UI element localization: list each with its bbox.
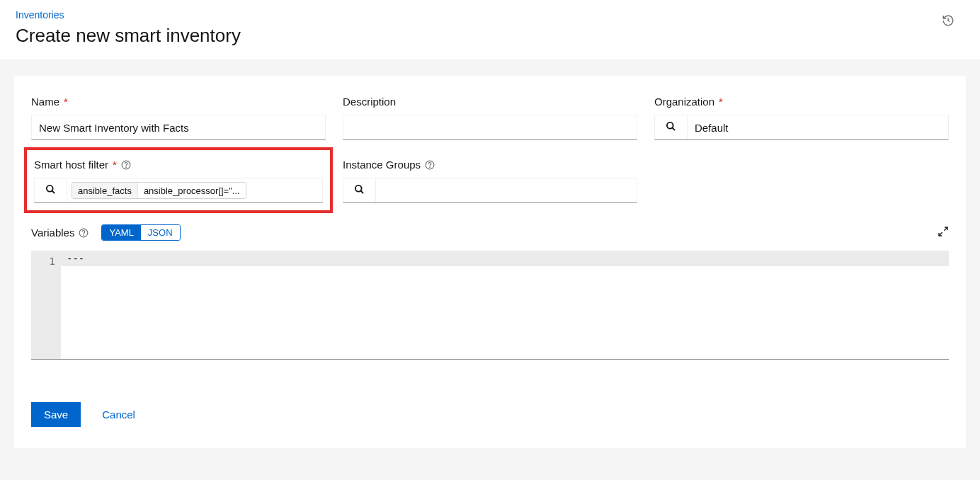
instance-groups-value[interactable]: [376, 178, 637, 202]
svg-point-0: [667, 122, 673, 129]
instance-groups-label: Instance Groups: [343, 159, 637, 171]
chip-label: ansible_facts: [72, 183, 138, 198]
form-card: Name* Description Organization*: [14, 76, 966, 448]
smart-host-filter-highlight: Smart host filter* a: [24, 147, 333, 213]
name-label: Name*: [31, 96, 326, 108]
svg-point-7: [430, 166, 431, 167]
editor-gutter: 1: [31, 251, 61, 359]
history-icon[interactable]: [942, 14, 955, 29]
page-header: Inventories Create new smart inventory: [0, 0, 980, 62]
help-icon[interactable]: [425, 160, 435, 170]
instance-groups-lookup-button[interactable]: [343, 178, 376, 202]
organization-value[interactable]: Default: [688, 115, 948, 139]
help-icon[interactable]: [121, 160, 131, 170]
filter-chip[interactable]: ansible_facts ansible_processor[]="...: [72, 182, 246, 199]
cancel-button[interactable]: Cancel: [98, 408, 139, 421]
smart-host-filter-lookup-button[interactable]: [35, 178, 67, 202]
description-label: Description: [343, 96, 637, 108]
name-input[interactable]: [31, 115, 326, 140]
page-title: Create new smart inventory: [16, 25, 964, 47]
search-icon: [354, 184, 365, 197]
yaml-toggle[interactable]: YAML: [102, 225, 140, 240]
svg-point-4: [47, 185, 53, 192]
help-icon[interactable]: [79, 228, 89, 238]
smart-host-filter-chips[interactable]: ansible_facts ansible_processor[]="...: [67, 178, 322, 202]
breadcrumb-link-inventories[interactable]: Inventories: [16, 9, 64, 21]
svg-line-13: [939, 232, 942, 236]
expand-icon[interactable]: [938, 226, 949, 239]
json-toggle[interactable]: JSON: [141, 225, 180, 240]
variables-editor[interactable]: 1 ---: [31, 251, 949, 360]
editor-content[interactable]: ---: [61, 251, 949, 359]
svg-point-8: [355, 185, 362, 192]
chip-text: ansible_processor[]="...: [138, 183, 246, 198]
search-icon: [45, 184, 56, 197]
svg-line-1: [672, 127, 675, 130]
svg-point-11: [84, 234, 84, 235]
organization-lookup-button[interactable]: [655, 115, 688, 139]
variables-label: Variables: [31, 227, 89, 239]
svg-point-3: [126, 166, 127, 167]
svg-line-12: [944, 227, 947, 231]
description-input[interactable]: [343, 115, 637, 140]
organization-label: Organization*: [654, 96, 949, 108]
smart-host-filter-label: Smart host filter*: [34, 159, 323, 171]
svg-line-5: [52, 190, 55, 193]
search-icon: [666, 121, 676, 134]
save-button[interactable]: Save: [31, 402, 81, 427]
svg-line-9: [360, 190, 363, 193]
yaml-json-toggle: YAML JSON: [101, 224, 180, 241]
